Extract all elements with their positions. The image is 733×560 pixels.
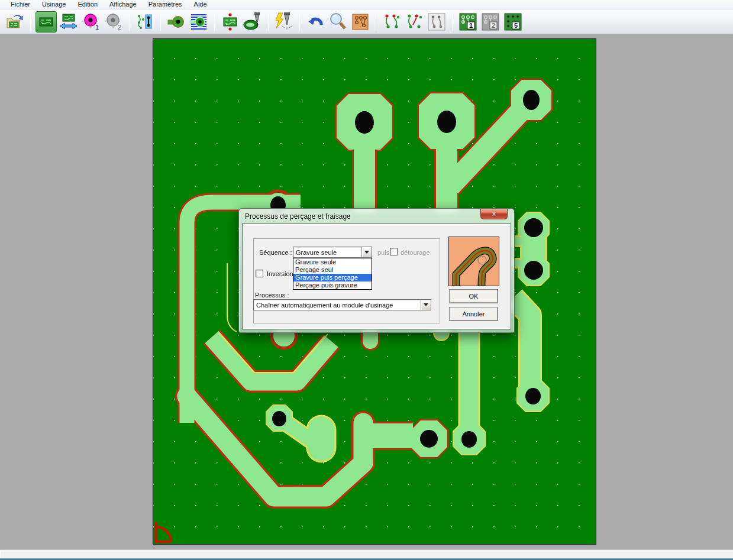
pad-tool-1-button[interactable]: 1 [80,11,102,33]
status-bar [0,549,733,558]
sequence-label: Séquence : [259,249,292,256]
view-board-button[interactable] [35,11,57,33]
layer-2-icon: 2 [481,12,500,31]
copper-board-icon [351,12,370,31]
open-folder-icon [5,12,24,31]
toolbar-separator [214,13,215,31]
toolbar-separator [299,13,300,31]
toolbar: 1 2 [0,9,733,34]
toolbar-separator [268,13,269,31]
svg-text:1: 1 [95,24,99,31]
open-file-button[interactable] [4,11,25,33]
toolbar-separator [376,13,376,31]
resize-arrows-icon [59,12,78,31]
pad-tool-2-button[interactable]: 2 [103,11,124,33]
magnifier-icon [328,12,348,32]
engrave-button[interactable] [273,11,295,33]
layer-1-button[interactable]: 1 [457,11,479,33]
dialog-body: Séquence : Gravure seule puis détourage … [242,224,511,329]
sequence-combobox[interactable]: Gravure seule [293,247,372,258]
menu-parametres[interactable]: Paramètres [143,0,188,9]
menu-edition[interactable]: Edition [72,0,104,9]
pad-track-button[interactable] [166,11,187,33]
option-gravure-puis-percage[interactable]: Gravure puis perçage [293,274,372,281]
dialog-title: Processus de perçage et fraisage [242,212,351,221]
net-check-3-button[interactable] [426,11,447,33]
sequence-dropdown-button[interactable] [361,247,372,257]
option-percage-puis-gravure[interactable]: Perçage puis gravure [293,281,372,289]
processus-combobox[interactable]: Chaîner automatiquement au module d'usin… [253,299,431,310]
net-check-2-icon [405,12,424,31]
pad-track-icon [167,12,186,31]
net-check-1-button[interactable] [381,11,402,33]
chevron-down-icon [364,251,369,254]
layer-2-button[interactable]: 2 [480,11,501,33]
option-gravure-seule[interactable]: Gravure seule [293,258,372,266]
processus-dropdown-button[interactable] [421,300,431,310]
inversion-label: Inversion [267,270,293,277]
sequence-value: Gravure seule [293,249,361,256]
engraving-preview [448,237,499,286]
process-dialog: Processus de perçage et fraisage x Séque… [238,208,515,333]
select-segment-icon [135,12,154,31]
engrave-flash-icon [274,12,294,32]
resize-board-button[interactable] [58,11,79,33]
menu-usinage[interactable]: Usinage [36,0,72,9]
net-check-1-icon [382,12,401,31]
processus-value: Chaîner automatiquement au module d'usin… [254,302,421,309]
undo-arrow-icon [305,12,325,32]
layer-1-icon: 1 [458,12,477,31]
processus-label: Processus : [255,292,289,299]
cancel-button[interactable]: Annuler [449,307,498,321]
svg-text:2: 2 [492,22,495,29]
layer-5-icon: 5 [503,12,522,31]
zoom-button[interactable] [327,11,348,33]
net-check-3-icon [427,12,446,31]
toolbar-separator [160,13,161,31]
drill-points-button[interactable] [219,11,241,33]
toolbar-separator [129,13,130,31]
puis-label: puis [377,249,389,256]
ok-button[interactable]: OK [449,289,498,303]
dialog-titlebar[interactable]: Processus de perçage et fraisage x [242,209,511,224]
option-percage-seul[interactable]: Perçage seul [293,266,372,274]
menu-affichage[interactable]: Affichage [104,0,143,9]
mill-contour-button[interactable] [242,11,263,33]
undo-button[interactable] [305,11,326,33]
work-area: Processus de perçage et fraisage x Séque… [0,34,733,549]
detourage-checkbox[interactable] [390,248,398,255]
svg-text:5: 5 [514,22,518,29]
drill-points-icon [221,12,240,31]
toolbar-separator [30,13,31,31]
menu-fichier[interactable]: Fichier [5,0,36,9]
hatch-ground-icon [189,12,208,31]
select-segment-button[interactable] [134,11,156,33]
menu-aide[interactable]: Aide [188,0,213,9]
magenta-pad-icon: 1 [81,12,101,32]
gray-pad-icon: 2 [104,12,124,32]
mill-contour-icon [243,12,263,32]
svg-text:1: 1 [469,22,473,29]
chevron-down-icon [424,303,428,306]
toolbar-separator [452,13,453,31]
board-icon [37,13,55,31]
hatch-ground-button[interactable] [188,11,209,33]
sequence-dropdown-list: Gravure seule Perçage seul Gravure puis … [293,258,372,290]
menu-bar: Fichier Usinage Edition Affichage Paramè… [0,0,733,9]
close-button[interactable]: x [480,209,508,219]
layer-5-button[interactable]: 5 [502,11,524,33]
detourage-label: détourage [401,249,430,256]
net-check-2-button[interactable] [403,11,425,33]
svg-text:2: 2 [118,24,121,31]
copper-preview-button[interactable] [350,11,371,33]
copper-preview-image [449,237,499,286]
inversion-checkbox[interactable] [256,270,263,277]
